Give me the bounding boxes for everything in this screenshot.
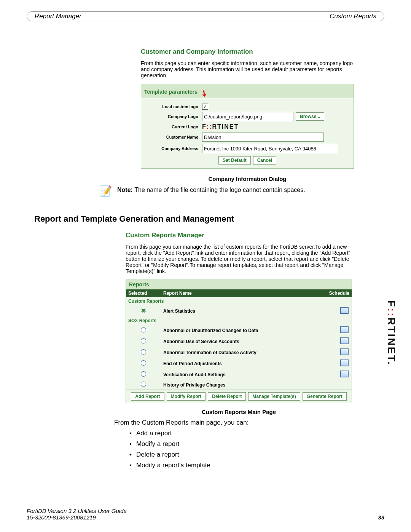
footer-line2: 15-32000-81369-20081219: [27, 514, 384, 521]
table-row: Verification of Audit Settings: [126, 369, 352, 380]
current-logo-label: Current Logo: [145, 125, 202, 129]
customer-name-label: Customer Name: [145, 135, 202, 139]
report-radio[interactable]: [141, 349, 146, 355]
template-parameters-box: Template parameters ➘ Load custom logo ✓…: [141, 84, 354, 169]
fortinet-logo-icon: F::RTINET: [202, 123, 239, 130]
schedule-icon[interactable]: [340, 307, 349, 314]
company-dialog-caption: Company Information Dialog: [141, 176, 354, 182]
report-name-cell: Alert Statistics: [161, 305, 320, 316]
note-text: Note: The name of the file containing th…: [117, 187, 305, 193]
page-footer: FortiDB Version 3.2 Utilities User Guide…: [27, 508, 384, 521]
load-logo-checkbox[interactable]: ✓: [202, 104, 208, 110]
col-selected: Selected: [126, 289, 161, 297]
set-default-button[interactable]: Set Default: [218, 156, 251, 165]
report-name-cell: History of Privilege Changes: [161, 380, 320, 390]
list-item: Delete a report: [129, 451, 388, 459]
company-address-label: Company Address: [145, 146, 202, 151]
reports-box: Reports Selected Report Name Schedule Cu…: [126, 280, 352, 403]
fortinet-side-logo: F::RTINET.: [385, 300, 397, 366]
header-left: Report Manager: [35, 13, 81, 20]
page-number: 33: [378, 514, 384, 521]
table-row: Alert Statistics: [126, 305, 352, 316]
load-logo-label: Load custom logo: [145, 104, 202, 109]
schedule-icon[interactable]: [340, 337, 349, 344]
delete-report-button[interactable]: Delete Report: [208, 392, 246, 401]
modify-report-button[interactable]: Modify Report: [167, 392, 206, 401]
report-name-cell: Abnormal Termination of Database Activit…: [161, 347, 320, 358]
report-radio[interactable]: [141, 382, 146, 387]
browse-button[interactable]: Browse...: [296, 112, 324, 121]
reports-box-header: Reports: [126, 280, 352, 289]
table-row: End of Period Adjustments: [126, 358, 352, 369]
custom-reports-title: Custom Reports Manager: [126, 232, 352, 239]
schedule-icon[interactable]: [340, 348, 349, 355]
manage-templates-button[interactable]: Manage Template(s): [248, 392, 300, 401]
add-report-button[interactable]: Add Report: [131, 392, 164, 401]
section-heading: Report and Template Generation and Manag…: [34, 214, 388, 224]
callout-arrow-icon: ➘: [198, 87, 210, 99]
list-item: Modify a report's template: [129, 462, 388, 469]
schedule-icon[interactable]: [340, 326, 349, 333]
bullet-list: Add a report Modify a report Delete a re…: [122, 430, 388, 469]
template-parameters-header: Template parameters ➘: [141, 84, 354, 98]
custom-reports-intro: From this page you can manage the list o…: [126, 244, 352, 274]
report-radio[interactable]: [141, 371, 146, 377]
report-radio[interactable]: [141, 327, 146, 332]
report-name-cell: Verification of Audit Settings: [161, 369, 320, 380]
report-name-cell: Abnormal or Unauthorized Changes to Data: [161, 325, 320, 336]
footer-line1: FortiDB Version 3.2 Utilities User Guide: [27, 508, 384, 514]
cancel-button[interactable]: Cancel: [253, 156, 276, 165]
lead-text: From the Custom Reports main page, you c…: [114, 419, 388, 427]
reports-table: Selected Report Name Schedule Custom Rep…: [126, 289, 352, 390]
company-info-panel: Customer and Company Information From th…: [141, 48, 354, 182]
note-row: 📝 Note: The name of the file containing …: [99, 187, 362, 197]
schedule-icon[interactable]: [340, 371, 349, 377]
custom-reports-panel: Custom Reports Manager From this page yo…: [126, 232, 352, 415]
list-item: Modify a report: [129, 440, 388, 448]
table-row: Abnormal or Unauthorized Changes to Data: [126, 325, 352, 336]
reports-footer: Add Report Modify Report Delete Report M…: [126, 390, 352, 403]
list-item: Add a report: [129, 430, 388, 437]
company-info-intro: From this page you can enter specific in…: [141, 60, 354, 78]
note-icon: 📝: [99, 184, 112, 197]
col-report-name: Report Name: [161, 289, 320, 297]
report-radio[interactable]: [141, 360, 146, 366]
table-row: Abnormal Use of Service Accounts: [126, 336, 352, 347]
table-row: Abnormal Termination of Database Activit…: [126, 347, 352, 358]
table-header-row: Selected Report Name Schedule: [126, 289, 352, 297]
report-name-cell: Abnormal Use of Service Accounts: [161, 336, 320, 347]
report-radio[interactable]: [141, 308, 146, 313]
schedule-icon[interactable]: [340, 359, 349, 366]
report-radio[interactable]: [141, 338, 146, 343]
page-header: Report Manager Custom Reports: [27, 11, 384, 21]
table-row: History of Privilege Changes: [126, 380, 352, 390]
company-info-title: Customer and Company Information: [141, 48, 354, 56]
report-name-cell: End of Period Adjustments: [161, 358, 320, 369]
group-sox-reports: SOX Reports: [126, 316, 352, 325]
company-logo-input[interactable]: [202, 112, 293, 121]
company-address-input[interactable]: [202, 144, 337, 153]
generate-report-button[interactable]: Generate Report: [303, 392, 347, 401]
customer-name-input[interactable]: [202, 133, 324, 142]
custom-reports-caption: Custom Reports Main Page: [126, 409, 352, 415]
header-right: Custom Reports: [330, 13, 376, 20]
col-schedule: Schedule: [320, 289, 352, 297]
company-logo-label: Company Logo: [145, 114, 202, 119]
group-custom-reports: Custom Reports: [126, 297, 352, 305]
